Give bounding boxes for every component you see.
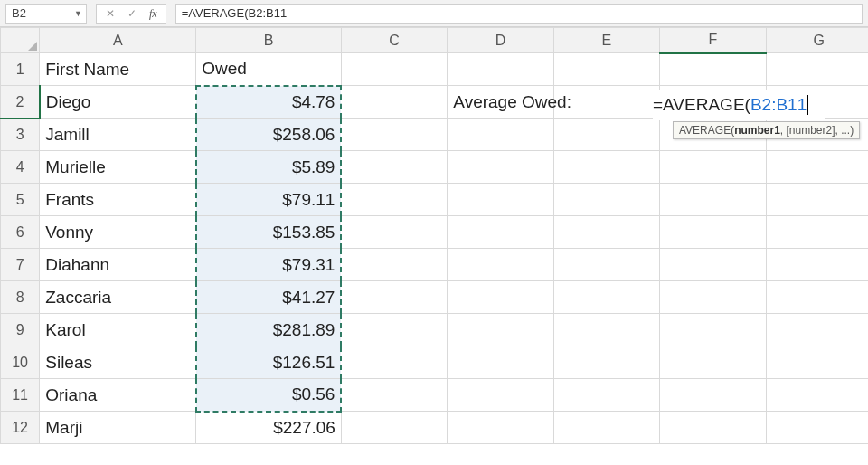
row-header-3[interactable]: 3 <box>1 119 40 151</box>
cell-F12[interactable] <box>660 412 766 444</box>
select-all-corner[interactable] <box>1 28 40 53</box>
cell-A5[interactable]: Frants <box>40 184 196 216</box>
cell-D5[interactable] <box>448 184 553 216</box>
cell-B6[interactable]: $153.85 <box>196 216 342 249</box>
cell-B8[interactable]: $41.27 <box>196 281 342 314</box>
cell-E7[interactable] <box>553 249 659 281</box>
cell-A7[interactable]: Diahann <box>40 249 196 281</box>
cell-A10[interactable]: Sileas <box>40 346 196 379</box>
cell-A2[interactable]: Diego <box>40 86 196 119</box>
cell-C10[interactable] <box>341 346 447 379</box>
cell-G1[interactable] <box>766 53 868 86</box>
cell-D1[interactable] <box>448 53 553 86</box>
cell-C8[interactable] <box>341 281 447 314</box>
row-header-10[interactable]: 10 <box>1 346 40 379</box>
cell-C6[interactable] <box>341 216 447 249</box>
cell-C11[interactable] <box>341 379 447 412</box>
cell-C3[interactable] <box>341 119 447 151</box>
cell-E12[interactable] <box>553 412 659 444</box>
cell-D2[interactable]: Average Owed: <box>448 86 553 119</box>
chevron-down-icon[interactable]: ▼ <box>74 9 82 18</box>
enter-icon[interactable]: ✓ <box>127 8 137 19</box>
cell-B3[interactable]: $258.06 <box>196 119 342 151</box>
cell-B9[interactable]: $281.89 <box>196 314 342 346</box>
cell-G12[interactable] <box>766 412 868 444</box>
cell-D4[interactable] <box>448 151 553 184</box>
cell-C1[interactable] <box>341 53 447 86</box>
cell-B10[interactable]: $126.51 <box>196 346 342 379</box>
col-header-A[interactable]: A <box>40 28 196 53</box>
row-header-8[interactable]: 8 <box>1 281 40 314</box>
cell-D3[interactable] <box>448 119 553 151</box>
row-header-4[interactable]: 4 <box>1 151 40 184</box>
row-header-2[interactable]: 2 <box>1 86 40 119</box>
cell-B7[interactable]: $79.31 <box>196 249 342 281</box>
cell-B4[interactable]: $5.89 <box>196 151 342 184</box>
cell-G5[interactable] <box>766 184 868 216</box>
col-header-F[interactable]: F <box>660 28 766 53</box>
cell-G8[interactable] <box>766 281 868 314</box>
cell-F2[interactable] <box>660 86 766 119</box>
cell-C5[interactable] <box>341 184 447 216</box>
cell-D9[interactable] <box>448 314 553 346</box>
cell-C7[interactable] <box>341 249 447 281</box>
cell-G4[interactable] <box>766 151 868 184</box>
cell-B1[interactable]: Owed <box>196 53 342 86</box>
cell-A8[interactable]: Zaccaria <box>40 281 196 314</box>
col-header-B[interactable]: B <box>196 28 342 53</box>
cell-F10[interactable] <box>660 346 766 379</box>
cell-D8[interactable] <box>448 281 553 314</box>
worksheet[interactable]: A B C D E F G 1 First Name Owed 2 Diego … <box>0 27 868 465</box>
row-header-7[interactable]: 7 <box>1 249 40 281</box>
col-header-G[interactable]: G <box>766 28 868 53</box>
row-header-5[interactable]: 5 <box>1 184 40 216</box>
cell-E8[interactable] <box>553 281 659 314</box>
cell-G2[interactable] <box>766 86 868 119</box>
col-header-D[interactable]: D <box>448 28 553 53</box>
cell-E4[interactable] <box>553 151 659 184</box>
cell-F8[interactable] <box>660 281 766 314</box>
cell-D6[interactable] <box>448 216 553 249</box>
cell-C9[interactable] <box>341 314 447 346</box>
row-header-1[interactable]: 1 <box>1 53 40 86</box>
cell-E5[interactable] <box>553 184 659 216</box>
cell-E10[interactable] <box>553 346 659 379</box>
cell-E1[interactable] <box>553 53 659 86</box>
cell-D11[interactable] <box>448 379 553 412</box>
cell-E6[interactable] <box>553 216 659 249</box>
row-header-12[interactable]: 12 <box>1 412 40 444</box>
cell-F11[interactable] <box>660 379 766 412</box>
cell-E9[interactable] <box>553 314 659 346</box>
cell-B11[interactable]: $0.56 <box>196 379 342 412</box>
cell-A11[interactable]: Oriana <box>40 379 196 412</box>
grid[interactable]: A B C D E F G 1 First Name Owed 2 Diego … <box>0 27 868 444</box>
cell-B2[interactable]: $4.78 <box>196 86 342 119</box>
col-header-C[interactable]: C <box>341 28 447 53</box>
cell-D12[interactable] <box>448 412 553 444</box>
cell-A3[interactable]: Jamill <box>40 119 196 151</box>
fx-icon[interactable]: fx <box>149 8 157 19</box>
formula-input[interactable]: =AVERAGE(B2:B11 <box>175 4 863 24</box>
cell-G10[interactable] <box>766 346 868 379</box>
cell-C4[interactable] <box>341 151 447 184</box>
cell-F7[interactable] <box>660 249 766 281</box>
row-header-9[interactable]: 9 <box>1 314 40 346</box>
name-box[interactable]: B2 ▼ <box>5 4 87 24</box>
cell-D7[interactable] <box>448 249 553 281</box>
row-header-11[interactable]: 11 <box>1 379 40 412</box>
col-header-E[interactable]: E <box>553 28 659 53</box>
cell-B5[interactable]: $79.11 <box>196 184 342 216</box>
cell-A1[interactable]: First Name <box>40 53 196 86</box>
cell-C2[interactable] <box>341 86 447 119</box>
cell-D10[interactable] <box>448 346 553 379</box>
cell-F1[interactable] <box>660 53 766 86</box>
cell-B12[interactable]: $227.06 <box>196 412 342 444</box>
cell-G9[interactable] <box>766 314 868 346</box>
cell-A6[interactable]: Vonny <box>40 216 196 249</box>
cell-C12[interactable] <box>341 412 447 444</box>
cell-F5[interactable] <box>660 184 766 216</box>
cell-E3[interactable] <box>553 119 659 151</box>
cell-G7[interactable] <box>766 249 868 281</box>
cell-F9[interactable] <box>660 314 766 346</box>
cell-E11[interactable] <box>553 379 659 412</box>
